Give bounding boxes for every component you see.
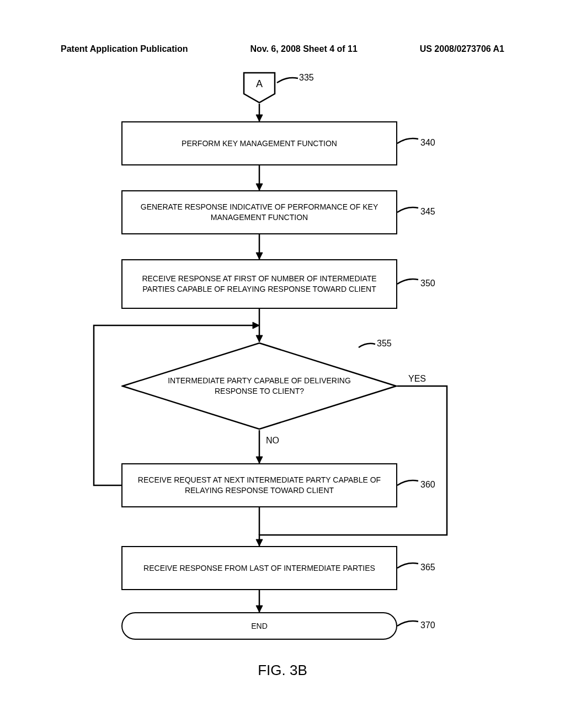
svg-marker-5	[256, 253, 263, 259]
terminator-end-text: END	[251, 621, 268, 631]
svg-marker-9	[256, 457, 263, 463]
flowchart: A 335 PERFORM KEY MANAGEMENT FUNCTION 34…	[61, 66, 504, 700]
terminator-end: END	[121, 612, 397, 640]
svg-marker-14	[256, 606, 263, 612]
ref-360: 360	[420, 480, 435, 490]
ref-365: 365	[420, 563, 435, 572]
connector-a: A	[243, 72, 276, 104]
process-345-text: GENERATE RESPONSE INDICATIVE OF PERFORMA…	[128, 202, 391, 223]
process-340: PERFORM KEY MANAGEMENT FUNCTION	[121, 121, 397, 165]
header-center: Nov. 6, 2008 Sheet 4 of 11	[250, 44, 357, 54]
svg-marker-1	[256, 115, 263, 121]
process-350: RECEIVE RESPONSE AT FIRST OF NUMBER OF I…	[121, 259, 397, 309]
connector-a-text: A	[243, 72, 276, 97]
decision-355: INTERMEDIATE PARTY CAPABLE OF DELIVERING…	[121, 342, 397, 430]
page: Patent Application Publication Nov. 6, 2…	[0, 0, 565, 728]
process-360: RECEIVE REQUEST AT NEXT INTERMEDIATE PAR…	[121, 463, 397, 507]
figure-caption: FIG. 3B	[61, 662, 504, 679]
process-345: GENERATE RESPONSE INDICATIVE OF PERFORMA…	[121, 190, 397, 234]
page-header: Patent Application Publication Nov. 6, 2…	[61, 44, 504, 54]
process-365-text: RECEIVE RESPONSE FROM LAST OF INTERMEDIA…	[143, 563, 375, 574]
ref-350: 350	[420, 279, 435, 288]
decision-355-text: INTERMEDIATE PARTY CAPABLE OF DELIVERING…	[121, 342, 397, 430]
ref-355: 355	[377, 339, 392, 349]
svg-marker-3	[256, 184, 263, 190]
process-360-text: RECEIVE REQUEST AT NEXT INTERMEDIATE PAR…	[128, 475, 391, 496]
ref-340: 340	[420, 138, 435, 148]
process-340-text: PERFORM KEY MANAGEMENT FUNCTION	[182, 138, 337, 149]
svg-marker-7	[256, 335, 263, 342]
svg-marker-11	[253, 322, 259, 329]
svg-marker-10	[256, 539, 263, 546]
ref-335: 335	[299, 73, 314, 83]
decision-355-yes: YES	[408, 374, 426, 384]
header-right: US 2008/0273706 A1	[420, 44, 504, 54]
header-left: Patent Application Publication	[61, 44, 188, 54]
process-350-text: RECEIVE RESPONSE AT FIRST OF NUMBER OF I…	[128, 274, 391, 295]
ref-370: 370	[420, 620, 435, 630]
process-365: RECEIVE RESPONSE FROM LAST OF INTERMEDIA…	[121, 546, 397, 590]
decision-355-no: NO	[266, 436, 279, 446]
ref-345: 345	[420, 207, 435, 217]
